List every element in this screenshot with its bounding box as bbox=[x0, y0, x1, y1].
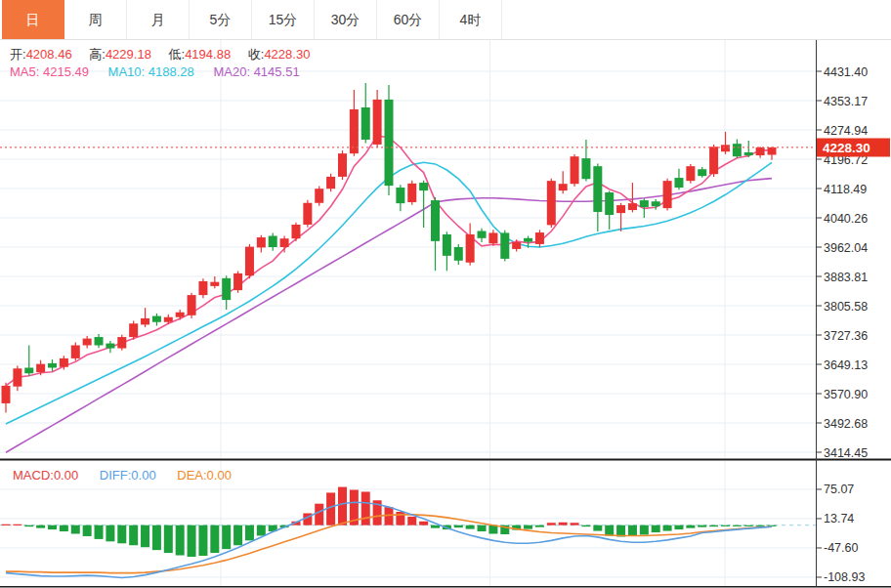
diff-value: 0.00 bbox=[131, 468, 155, 483]
candle-body bbox=[454, 247, 463, 261]
macd-bar bbox=[559, 523, 568, 525]
candle-body bbox=[48, 363, 57, 368]
ma20-value: 4145.51 bbox=[254, 64, 300, 79]
candle-body bbox=[663, 181, 672, 208]
macd-bar bbox=[686, 525, 695, 528]
candle-body bbox=[373, 100, 382, 145]
candle-body bbox=[60, 358, 68, 367]
candle-body bbox=[431, 200, 440, 241]
tab-60min[interactable]: 60分 bbox=[377, 0, 440, 39]
candlestick-chart-canvas[interactable]: 4431.404353.174274.944196.724118.494040.… bbox=[0, 0, 891, 588]
candle-body bbox=[721, 145, 730, 151]
candle-body bbox=[605, 192, 614, 215]
candle-body bbox=[616, 205, 625, 213]
dea-label: DEA: bbox=[177, 468, 206, 483]
badge-text: 4228.30 bbox=[823, 141, 870, 155]
y-axis-label: 4118.49 bbox=[824, 183, 867, 196]
candle-body bbox=[466, 234, 475, 263]
diff-label: DIFF: bbox=[100, 468, 132, 483]
macd-bar bbox=[571, 523, 579, 525]
tab-month[interactable]: 月 bbox=[127, 0, 190, 39]
high-value: 4229.18 bbox=[106, 47, 151, 62]
candle-body bbox=[559, 184, 568, 190]
candle-body bbox=[443, 234, 451, 256]
tab-label: 周 bbox=[89, 12, 103, 27]
macd-histogram bbox=[2, 487, 777, 557]
candle-body bbox=[396, 188, 404, 203]
y-axis-label: 4274.94 bbox=[824, 124, 868, 138]
macd-bar bbox=[257, 525, 266, 536]
tab-label: 日 bbox=[26, 12, 40, 27]
macd-bar bbox=[628, 525, 637, 536]
candle-body bbox=[547, 181, 556, 225]
ma20-line bbox=[6, 179, 772, 453]
candle-body bbox=[640, 200, 649, 207]
high-label: 高: bbox=[89, 47, 106, 62]
tab-day[interactable]: 日 bbox=[2, 0, 64, 39]
macd-bar bbox=[733, 525, 742, 526]
macd-bar bbox=[176, 525, 185, 556]
tab-4hour[interactable]: 4时 bbox=[440, 0, 502, 39]
candle-body bbox=[628, 203, 637, 210]
candle-body bbox=[768, 147, 777, 155]
macd-bar bbox=[524, 525, 532, 529]
tab-5min[interactable]: 5分 bbox=[190, 0, 252, 39]
candle-body bbox=[407, 184, 416, 202]
candle-body bbox=[500, 232, 509, 258]
candle-body bbox=[674, 178, 683, 188]
tab-30min[interactable]: 30分 bbox=[315, 0, 377, 39]
macd-bar bbox=[233, 525, 242, 546]
candle-body bbox=[488, 232, 497, 243]
macd-bar bbox=[663, 525, 672, 531]
macd-bar bbox=[407, 517, 416, 525]
candle-body bbox=[117, 337, 126, 349]
open-label: 开: bbox=[10, 47, 26, 62]
candle-body bbox=[152, 316, 161, 322]
macd-bar bbox=[652, 525, 660, 532]
macd-bar bbox=[210, 525, 219, 553]
y-axis-label: 3414.45 bbox=[824, 446, 868, 460]
ma-readout: MA5: 4215.49 MA10: 4188.28 MA20: 4145.51 bbox=[10, 64, 300, 79]
tab-15min[interactable]: 15分 bbox=[252, 0, 315, 39]
y-axis-label: 3883.81 bbox=[824, 271, 868, 284]
macd-bar bbox=[106, 525, 114, 542]
candle-body bbox=[245, 247, 254, 276]
y-axis-label: 4431.40 bbox=[824, 65, 868, 79]
candle-body bbox=[291, 225, 300, 238]
gridlines bbox=[0, 40, 816, 586]
macd-bar bbox=[83, 525, 92, 536]
macd-bar bbox=[24, 525, 33, 526]
candle-body bbox=[385, 100, 394, 186]
candle-body bbox=[36, 364, 45, 372]
candle-body bbox=[222, 278, 231, 300]
ohlc-readout: 开:4208.46 高:4229.18 低:4194.88 收:4228.30 bbox=[10, 46, 323, 63]
y-axis-label: 3570.90 bbox=[824, 388, 868, 401]
ma10-value: 4188.28 bbox=[148, 64, 194, 79]
candles-layer bbox=[2, 83, 777, 412]
macd-bar bbox=[431, 525, 440, 528]
low-label: 低: bbox=[169, 47, 186, 62]
candle-body bbox=[188, 295, 196, 315]
tab-label: 15分 bbox=[269, 12, 298, 27]
tab-label: 月 bbox=[151, 12, 165, 27]
candle-body bbox=[744, 152, 753, 155]
close-value: 4228.30 bbox=[264, 47, 310, 62]
macd-bar bbox=[605, 525, 614, 536]
macd-bar bbox=[721, 525, 730, 526]
candle-body bbox=[13, 368, 21, 386]
macd-bar bbox=[315, 504, 323, 525]
candle-body bbox=[571, 156, 579, 184]
open-value: 4208.46 bbox=[26, 47, 72, 62]
macd-bar bbox=[674, 525, 683, 529]
tab-week[interactable]: 周 bbox=[64, 0, 127, 39]
ma5-label: MA5: bbox=[10, 64, 39, 79]
close-label: 收: bbox=[248, 47, 265, 62]
tab-label: 5分 bbox=[210, 12, 232, 27]
candle-body bbox=[95, 337, 104, 345]
macd-value: 0.00 bbox=[54, 468, 78, 483]
candle-body bbox=[698, 169, 706, 176]
y-axis-label: 3805.58 bbox=[824, 300, 868, 314]
candle-body bbox=[652, 201, 660, 206]
candle-body bbox=[164, 317, 173, 322]
macd-bar bbox=[709, 525, 718, 526]
